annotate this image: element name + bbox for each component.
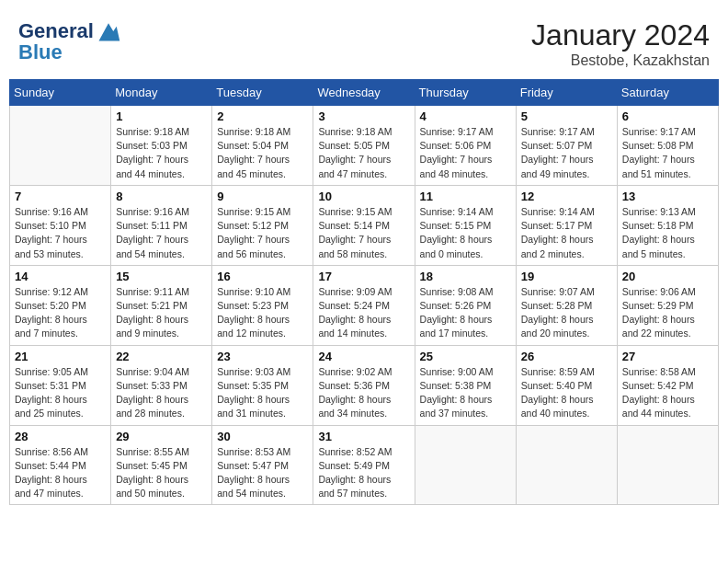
calendar-week-row: 1Sunrise: 9:18 AM Sunset: 5:03 PM Daylig… [10, 106, 719, 186]
calendar-cell: 4Sunrise: 9:17 AM Sunset: 5:06 PM Daylig… [415, 106, 516, 186]
calendar-cell: 9Sunrise: 9:15 AM Sunset: 5:12 PM Daylig… [212, 185, 313, 265]
calendar-cell: 6Sunrise: 9:17 AM Sunset: 5:08 PM Daylig… [617, 106, 718, 186]
calendar-cell: 21Sunrise: 9:05 AM Sunset: 5:31 PM Dayli… [10, 345, 111, 425]
day-number: 31 [318, 430, 409, 443]
day-number: 7 [15, 190, 106, 203]
calendar-week-row: 14Sunrise: 9:12 AM Sunset: 5:20 PM Dayli… [10, 265, 719, 345]
day-info: Sunrise: 8:58 AM Sunset: 5:42 PM Dayligh… [622, 365, 713, 421]
day-info: Sunrise: 9:18 AM Sunset: 5:05 PM Dayligh… [318, 125, 409, 181]
day-info: Sunrise: 9:14 AM Sunset: 5:17 PM Dayligh… [521, 205, 612, 261]
calendar-cell: 19Sunrise: 9:07 AM Sunset: 5:28 PM Dayli… [516, 265, 617, 345]
day-info: Sunrise: 9:15 AM Sunset: 5:14 PM Dayligh… [318, 205, 409, 261]
month-title: January 2024 [531, 18, 710, 52]
day-info: Sunrise: 9:12 AM Sunset: 5:20 PM Dayligh… [15, 285, 106, 341]
day-info: Sunrise: 9:15 AM Sunset: 5:12 PM Dayligh… [217, 205, 308, 261]
calendar-cell: 11Sunrise: 9:14 AM Sunset: 5:15 PM Dayli… [415, 185, 516, 265]
day-number: 21 [15, 350, 106, 363]
day-info: Sunrise: 9:10 AM Sunset: 5:23 PM Dayligh… [217, 285, 308, 341]
calendar-cell: 14Sunrise: 9:12 AM Sunset: 5:20 PM Dayli… [10, 265, 111, 345]
day-info: Sunrise: 9:18 AM Sunset: 5:03 PM Dayligh… [116, 125, 207, 181]
weekday-header-row: SundayMondayTuesdayWednesdayThursdayFrid… [10, 80, 719, 106]
calendar-cell [415, 425, 516, 505]
day-number: 23 [217, 350, 308, 363]
day-info: Sunrise: 9:16 AM Sunset: 5:10 PM Dayligh… [15, 205, 106, 261]
day-info: Sunrise: 9:17 AM Sunset: 5:07 PM Dayligh… [521, 125, 612, 181]
day-number: 27 [622, 350, 713, 363]
day-info: Sunrise: 9:13 AM Sunset: 5:18 PM Dayligh… [622, 205, 713, 261]
day-number: 16 [217, 270, 308, 283]
day-number: 19 [521, 270, 612, 283]
calendar-cell [516, 425, 617, 505]
calendar-week-row: 21Sunrise: 9:05 AM Sunset: 5:31 PM Dayli… [10, 345, 719, 425]
day-number: 20 [622, 270, 713, 283]
calendar-cell: 24Sunrise: 9:02 AM Sunset: 5:36 PM Dayli… [313, 345, 415, 425]
day-number: 9 [217, 190, 308, 203]
calendar-cell: 8Sunrise: 9:16 AM Sunset: 5:11 PM Daylig… [111, 185, 212, 265]
day-number: 29 [116, 430, 207, 443]
day-info: Sunrise: 9:08 AM Sunset: 5:26 PM Dayligh… [420, 285, 511, 341]
day-number: 6 [622, 109, 713, 123]
calendar-cell: 27Sunrise: 8:58 AM Sunset: 5:42 PM Dayli… [617, 345, 718, 425]
location: Bestobe, Kazakhstan [531, 52, 710, 69]
day-number: 15 [116, 270, 207, 283]
calendar-cell: 17Sunrise: 9:09 AM Sunset: 5:24 PM Dayli… [313, 265, 415, 345]
day-info: Sunrise: 9:17 AM Sunset: 5:08 PM Dayligh… [622, 125, 713, 181]
day-number: 2 [217, 109, 308, 123]
calendar-cell: 7Sunrise: 9:16 AM Sunset: 5:10 PM Daylig… [10, 185, 111, 265]
day-info: Sunrise: 9:03 AM Sunset: 5:35 PM Dayligh… [217, 365, 308, 421]
day-info: Sunrise: 9:05 AM Sunset: 5:31 PM Dayligh… [15, 365, 106, 421]
day-number: 14 [15, 270, 106, 283]
calendar-cell: 22Sunrise: 9:04 AM Sunset: 5:33 PM Dayli… [111, 345, 212, 425]
calendar-cell [617, 425, 718, 505]
day-number: 22 [116, 350, 207, 363]
weekday-header-monday: Monday [111, 80, 212, 106]
day-info: Sunrise: 8:56 AM Sunset: 5:44 PM Dayligh… [15, 445, 106, 501]
day-number: 1 [116, 109, 207, 123]
weekday-header-sunday: Sunday [10, 80, 111, 106]
weekday-header-friday: Friday [516, 80, 617, 106]
day-number: 11 [420, 190, 511, 203]
day-info: Sunrise: 8:55 AM Sunset: 5:45 PM Dayligh… [116, 445, 207, 501]
calendar-week-row: 28Sunrise: 8:56 AM Sunset: 5:44 PM Dayli… [10, 425, 719, 505]
calendar-cell: 30Sunrise: 8:53 AM Sunset: 5:47 PM Dayli… [212, 425, 313, 505]
weekday-header-tuesday: Tuesday [212, 80, 313, 106]
day-number: 5 [521, 109, 612, 123]
day-info: Sunrise: 8:53 AM Sunset: 5:47 PM Dayligh… [217, 445, 308, 501]
day-number: 26 [521, 350, 612, 363]
day-number: 25 [420, 350, 511, 363]
weekday-header-wednesday: Wednesday [313, 80, 415, 106]
calendar-cell: 20Sunrise: 9:06 AM Sunset: 5:29 PM Dayli… [617, 265, 718, 345]
day-number: 3 [318, 109, 409, 123]
day-info: Sunrise: 8:52 AM Sunset: 5:49 PM Dayligh… [318, 445, 409, 501]
day-number: 4 [420, 109, 511, 123]
day-number: 17 [318, 270, 409, 283]
day-info: Sunrise: 9:07 AM Sunset: 5:28 PM Dayligh… [521, 285, 612, 341]
calendar-cell: 12Sunrise: 9:14 AM Sunset: 5:17 PM Dayli… [516, 185, 617, 265]
calendar-cell: 3Sunrise: 9:18 AM Sunset: 5:05 PM Daylig… [313, 106, 415, 186]
calendar-cell: 18Sunrise: 9:08 AM Sunset: 5:26 PM Dayli… [415, 265, 516, 345]
calendar-cell: 29Sunrise: 8:55 AM Sunset: 5:45 PM Dayli… [111, 425, 212, 505]
day-info: Sunrise: 9:16 AM Sunset: 5:11 PM Dayligh… [116, 205, 207, 261]
weekday-header-saturday: Saturday [617, 80, 718, 106]
calendar-cell: 23Sunrise: 9:03 AM Sunset: 5:35 PM Dayli… [212, 345, 313, 425]
calendar-cell: 16Sunrise: 9:10 AM Sunset: 5:23 PM Dayli… [212, 265, 313, 345]
logo: General Blue [18, 18, 121, 64]
day-number: 13 [622, 190, 713, 203]
day-number: 28 [15, 430, 106, 443]
calendar-cell: 25Sunrise: 9:00 AM Sunset: 5:38 PM Dayli… [415, 345, 516, 425]
calendar-cell: 31Sunrise: 8:52 AM Sunset: 5:49 PM Dayli… [313, 425, 415, 505]
title-block: January 2024 Bestobe, Kazakhstan [531, 18, 710, 69]
day-info: Sunrise: 9:14 AM Sunset: 5:15 PM Dayligh… [420, 205, 511, 261]
calendar-cell: 13Sunrise: 9:13 AM Sunset: 5:18 PM Dayli… [617, 185, 718, 265]
weekday-header-thursday: Thursday [415, 80, 516, 106]
day-number: 30 [217, 430, 308, 443]
day-number: 12 [521, 190, 612, 203]
day-info: Sunrise: 9:09 AM Sunset: 5:24 PM Dayligh… [318, 285, 409, 341]
page-header: General Blue January 2024 Bestobe, Kazak… [9, 9, 719, 74]
calendar-cell: 1Sunrise: 9:18 AM Sunset: 5:03 PM Daylig… [111, 106, 212, 186]
day-info: Sunrise: 9:18 AM Sunset: 5:04 PM Dayligh… [217, 125, 308, 181]
calendar-cell: 2Sunrise: 9:18 AM Sunset: 5:04 PM Daylig… [212, 106, 313, 186]
calendar-table: SundayMondayTuesdayWednesdayThursdayFrid… [9, 79, 719, 505]
calendar-cell: 15Sunrise: 9:11 AM Sunset: 5:21 PM Dayli… [111, 265, 212, 345]
calendar-week-row: 7Sunrise: 9:16 AM Sunset: 5:10 PM Daylig… [10, 185, 719, 265]
